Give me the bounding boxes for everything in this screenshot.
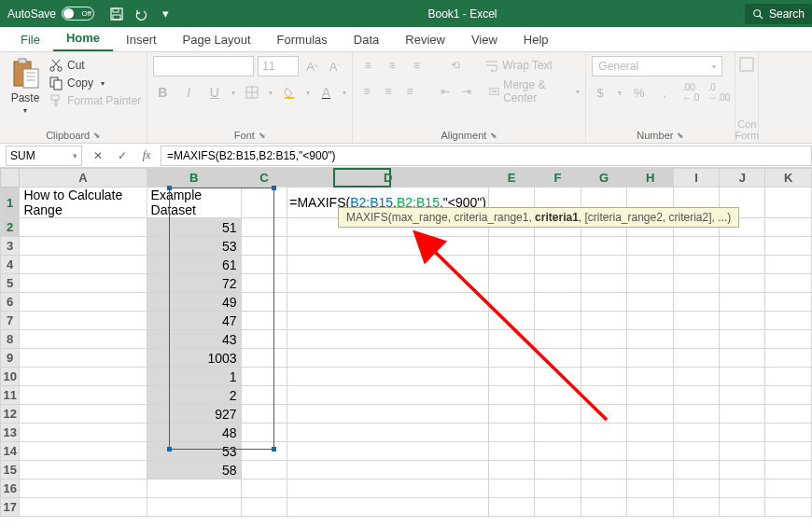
number-format-dropdown[interactable]: General▾: [592, 56, 722, 76]
cell-D13[interactable]: [287, 424, 489, 442]
cell-J14[interactable]: [720, 442, 765, 461]
row-header-17[interactable]: 17: [1, 498, 20, 517]
cell-H17[interactable]: [627, 498, 674, 517]
cell-A11[interactable]: [20, 386, 147, 405]
cell-E17[interactable]: [488, 498, 534, 517]
cell-J12[interactable]: [720, 405, 765, 424]
save-icon[interactable]: [109, 7, 124, 21]
cell-C17[interactable]: [241, 498, 287, 517]
cell-D15[interactable]: [287, 461, 489, 479]
cell-K5[interactable]: [765, 274, 812, 293]
cell-J8[interactable]: [720, 330, 765, 349]
cell-E16[interactable]: [488, 479, 534, 498]
cell-A13[interactable]: [20, 424, 147, 442]
cell-G9[interactable]: [581, 349, 627, 368]
cell-A6[interactable]: [20, 293, 147, 312]
cell-C16[interactable]: [241, 479, 287, 498]
row-header-5[interactable]: 5: [1, 274, 20, 293]
cell-B7[interactable]: 47: [147, 312, 241, 330]
row-header-10[interactable]: 10: [1, 368, 20, 386]
cell-E8[interactable]: [488, 330, 534, 349]
cell-B3[interactable]: 53: [147, 237, 241, 256]
cell-G17[interactable]: [581, 498, 627, 517]
alignment-dialog-launcher[interactable]: ⬊: [490, 131, 497, 140]
select-all-corner[interactable]: [1, 169, 20, 188]
number-dialog-launcher[interactable]: ⬊: [677, 131, 684, 140]
cell-C15[interactable]: [241, 461, 287, 479]
cell-B1[interactable]: Example Dataset: [147, 188, 241, 218]
cell-B11[interactable]: 2: [147, 386, 241, 405]
cell-J15[interactable]: [720, 461, 765, 479]
font-size-dropdown[interactable]: 11: [258, 56, 299, 76]
cell-F4[interactable]: [535, 256, 581, 274]
cell-E12[interactable]: [488, 405, 534, 424]
name-box[interactable]: SUM ▾: [6, 146, 82, 166]
cell-E5[interactable]: [488, 274, 534, 293]
cell-J3[interactable]: [720, 237, 765, 256]
cell-B6[interactable]: 49: [147, 293, 241, 312]
cell-C4[interactable]: [241, 256, 287, 274]
cell-J17[interactable]: [720, 498, 765, 517]
clipboard-dialog-launcher[interactable]: ⬊: [93, 131, 101, 140]
font-color-button[interactable]: A: [317, 82, 336, 103]
align-right-button[interactable]: ≡: [401, 82, 417, 101]
cell-E4[interactable]: [488, 256, 534, 274]
column-header-E[interactable]: E: [488, 169, 534, 188]
decrease-indent-button[interactable]: ⇤: [437, 82, 453, 101]
cell-F5[interactable]: [535, 274, 581, 293]
cell-A1[interactable]: How to Calculate Range: [20, 188, 147, 218]
cell-C3[interactable]: [241, 237, 287, 256]
tab-insert[interactable]: Insert: [113, 28, 170, 51]
cell-C10[interactable]: [241, 368, 287, 386]
cell-F16[interactable]: [535, 479, 581, 498]
cell-B16[interactable]: [147, 479, 241, 498]
cell-F17[interactable]: [535, 498, 581, 517]
percent-button[interactable]: %: [631, 82, 648, 103]
cell-B15[interactable]: 58: [147, 461, 241, 479]
cell-H10[interactable]: [627, 368, 674, 386]
cell-I15[interactable]: [673, 461, 719, 479]
cell-B8[interactable]: 43: [147, 330, 241, 349]
cell-C14[interactable]: [241, 442, 287, 461]
cell-F6[interactable]: [535, 293, 581, 312]
format-painter-button[interactable]: Format Painter: [49, 93, 141, 108]
cell-J10[interactable]: [720, 368, 765, 386]
cell-B13[interactable]: 48: [147, 424, 241, 442]
cell-J16[interactable]: [720, 479, 765, 498]
column-header-H[interactable]: H: [627, 169, 674, 188]
underline-button[interactable]: U: [205, 82, 224, 103]
increase-decimal-button[interactable]: .00←.0: [682, 82, 699, 103]
cell-C5[interactable]: [241, 274, 287, 293]
cell-H16[interactable]: [627, 479, 674, 498]
qat-dropdown-icon[interactable]: ▾: [158, 7, 173, 21]
cell-A14[interactable]: [20, 442, 147, 461]
cell-G16[interactable]: [581, 479, 627, 498]
cell-B9[interactable]: 1003: [147, 349, 241, 368]
cancel-formula-button[interactable]: ✕: [86, 146, 110, 166]
borders-button[interactable]: [243, 82, 261, 103]
cell-K7[interactable]: [765, 312, 812, 330]
cell-D17[interactable]: [287, 498, 489, 517]
cell-C13[interactable]: [241, 424, 287, 442]
cell-I13[interactable]: [673, 424, 719, 442]
cell-I9[interactable]: [673, 349, 719, 368]
align-left-button[interactable]: ≡: [358, 82, 374, 101]
cell-I11[interactable]: [673, 386, 719, 405]
cell-H11[interactable]: [627, 386, 674, 405]
cell-D8[interactable]: [287, 330, 489, 349]
cell-D14[interactable]: [287, 442, 489, 461]
cell-J9[interactable]: [720, 349, 765, 368]
autosave-switch[interactable]: Off: [62, 7, 94, 21]
cell-H12[interactable]: [627, 405, 674, 424]
bold-button[interactable]: B: [153, 82, 172, 103]
cell-K9[interactable]: [765, 349, 812, 368]
cell-E14[interactable]: [488, 442, 534, 461]
cell-A9[interactable]: [20, 349, 147, 368]
cell-E6[interactable]: [488, 293, 534, 312]
cell-J13[interactable]: [720, 424, 765, 442]
cell-G4[interactable]: [581, 256, 627, 274]
cell-B17[interactable]: [147, 498, 241, 517]
cell-G12[interactable]: [581, 405, 627, 424]
cell-C2[interactable]: [241, 218, 287, 237]
italic-button[interactable]: I: [179, 82, 198, 103]
